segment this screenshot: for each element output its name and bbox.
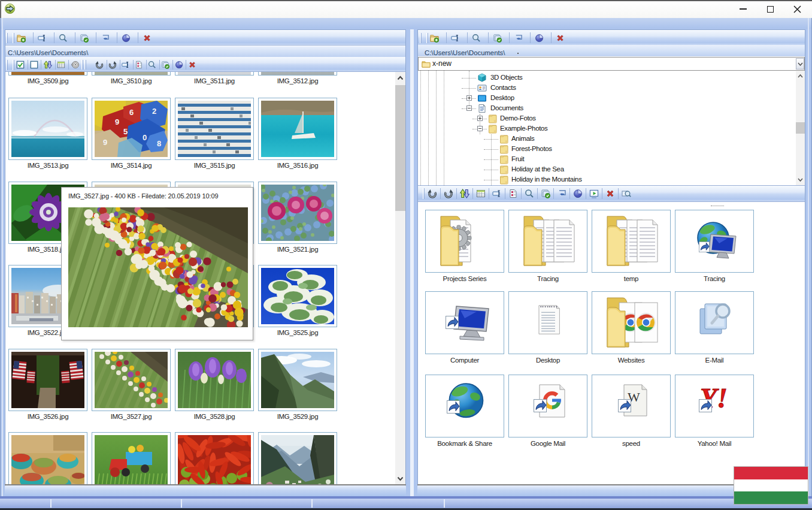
- svg-text:0: 0: [143, 133, 147, 142]
- svg-text:6: 6: [129, 108, 134, 117]
- svg-text:8: 8: [157, 139, 161, 148]
- svg-text:5: 5: [123, 127, 128, 136]
- svg-text:2: 2: [152, 107, 156, 116]
- svg-text:9: 9: [115, 117, 119, 126]
- svg-text:9: 9: [103, 138, 107, 147]
